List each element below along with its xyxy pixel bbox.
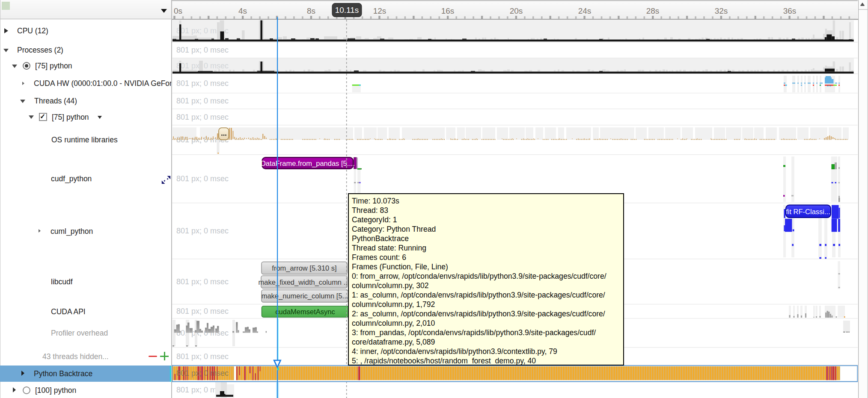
svg-text:801 px; 0 msec: 801 px; 0 msec xyxy=(176,369,229,377)
svg-text:801 px; 0 msec: 801 px; 0 msec xyxy=(176,79,229,88)
svg-text:10.11s: 10.11s xyxy=(335,6,359,15)
svg-text:32s: 32s xyxy=(715,6,728,15)
svg-text:make_numeric_column [5...: make_numeric_column [5... xyxy=(262,292,348,300)
svg-text:DataFrame.from_pandas [5....: DataFrame.from_pandas [5.... xyxy=(261,159,355,168)
svg-text:36s: 36s xyxy=(783,6,797,15)
svg-text:24s: 24s xyxy=(578,6,592,15)
svg-text:801 px; 0 msec: 801 px; 0 msec xyxy=(176,174,229,183)
svg-text:make_fixed_width_column ...: make_fixed_width_column ... xyxy=(259,278,350,286)
svg-text:28s: 28s xyxy=(646,6,660,15)
svg-text:801 px; 0 msec: 801 px; 0 msec xyxy=(176,97,229,105)
svg-text:fit RF-Classi...: fit RF-Classi... xyxy=(786,208,830,215)
svg-text:8s: 8s xyxy=(307,6,315,15)
svg-text:12s: 12s xyxy=(373,6,386,15)
svg-text:16s: 16s xyxy=(441,6,455,15)
svg-text:cudaMemsetAsync: cudaMemsetAsync xyxy=(275,308,335,315)
svg-text:0s: 0s xyxy=(174,6,182,15)
svg-text:801 px; 0 msec: 801 px; 0 msec xyxy=(176,277,229,286)
svg-text:801 px; 0 msec: 801 px; 0 msec xyxy=(176,227,229,235)
svg-text:801 px; 0 msec: 801 px; 0 msec xyxy=(176,307,229,315)
svg-text:801 px; 0 msec: 801 px; 0 msec xyxy=(176,46,229,54)
svg-text:801 px; 0 msec: 801 px; 0 msec xyxy=(176,113,229,121)
svg-text:801 px; 0 msec: 801 px; 0 msec xyxy=(176,352,229,361)
svg-text:801 px; 0 msec: 801 px; 0 msec xyxy=(176,329,229,337)
svg-text:from_arrow [5.310 s]: from_arrow [5.310 s] xyxy=(272,264,336,272)
svg-text:20s: 20s xyxy=(510,6,523,15)
svg-text:4s: 4s xyxy=(238,6,247,15)
